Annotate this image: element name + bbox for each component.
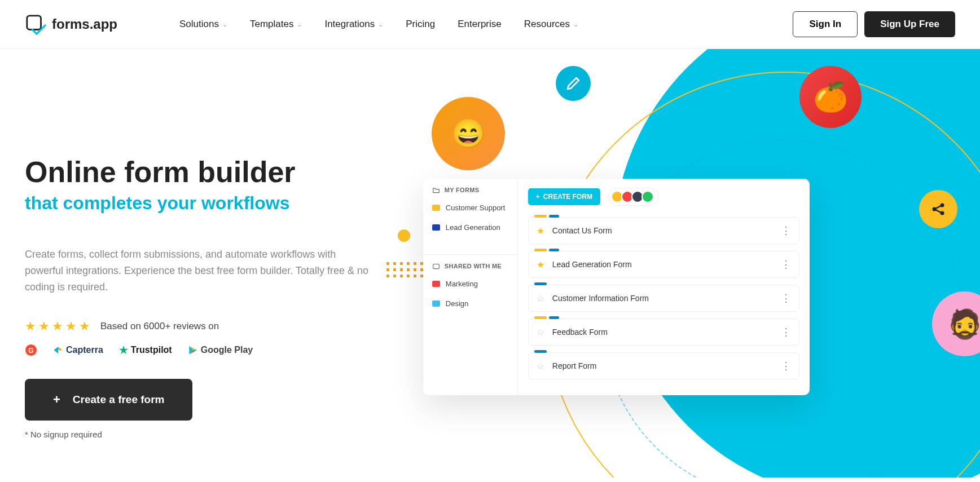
review-logos: G Capterra ★ Trustpilot Google Play — [25, 344, 395, 356]
form-card[interactable]: ☆ Customer Information Form ⋮ — [528, 285, 799, 312]
form-name: Customer Information Form — [552, 294, 649, 303]
shared-folder-icon — [432, 263, 440, 269]
logo-icon — [25, 14, 46, 35]
form-name: Feedback Form — [552, 328, 608, 337]
chevron-down-icon: ⌄ — [573, 21, 578, 28]
mockup-sidebar: MY FORMS Customer Support Lead Generatio… — [423, 179, 518, 395]
sidebar-item-design[interactable]: Design — [423, 294, 517, 313]
more-icon[interactable]: ⋮ — [781, 326, 791, 338]
pencil-bubble — [556, 66, 591, 101]
sidebar-item-marketing[interactable]: Marketing — [423, 274, 517, 294]
mockup-content: + CREATE FORM ★ Contact Us Form ⋮ — [518, 179, 810, 395]
star-icon[interactable]: ★ — [537, 225, 544, 236]
star-icon[interactable]: ★ — [537, 259, 544, 270]
folder-icon — [432, 281, 440, 287]
hero-left: Online form builder that completes your … — [0, 49, 395, 477]
nav-resources[interactable]: Resources⌄ — [524, 19, 578, 30]
hero-section: Online form builder that completes your … — [0, 49, 980, 477]
mockup-toolbar: + CREATE FORM — [528, 188, 799, 206]
folder-icon — [432, 300, 440, 307]
folder-icon — [432, 205, 440, 211]
signin-button[interactable]: Sign In — [793, 11, 858, 37]
chevron-down-icon: ⌄ — [378, 21, 383, 28]
folder-icon — [432, 224, 440, 231]
more-icon[interactable]: ⋮ — [781, 292, 791, 304]
form-card[interactable]: ★ Contact Us Form ⋮ — [528, 217, 799, 244]
star-icon: ★ — [38, 319, 50, 334]
header-actions: Sign In Sign Up Free — [793, 11, 955, 37]
svg-rect-6 — [433, 264, 440, 269]
hero-visual: 😄 🍊 🧔 MY FORMS Customer Support Lead Gen… — [392, 49, 980, 477]
brand-name: forms.app — [52, 16, 117, 32]
form-name: Report Form — [552, 361, 597, 370]
star-icon: ★ — [25, 319, 36, 334]
avatar: 😄 — [432, 97, 505, 170]
star-outline-icon[interactable]: ☆ — [537, 293, 544, 304]
chevron-down-icon: ⌄ — [297, 21, 302, 28]
capterra-logo[interactable]: Capterra — [53, 345, 103, 355]
sidebar-item-customer-support[interactable]: Customer Support — [423, 198, 517, 218]
nav-integrations[interactable]: Integrations⌄ — [324, 19, 383, 30]
star-outline-icon[interactable]: ☆ — [537, 361, 544, 372]
rating-text: Based on 6000+ reviews on — [100, 321, 219, 332]
g2-logo[interactable]: G — [25, 344, 37, 356]
nav-enterprise[interactable]: Enterprise — [458, 19, 501, 30]
star-icon: ★ — [79, 319, 90, 334]
header: forms.app Solutions⌄ Templates⌄ Integrat… — [0, 0, 980, 49]
folder-icon — [432, 187, 440, 193]
create-free-form-button[interactable]: + Create a free form — [25, 379, 192, 421]
create-form-button[interactable]: + CREATE FORM — [528, 188, 600, 205]
form-name: Lead Generation Form — [552, 260, 632, 269]
nav-pricing[interactable]: Pricing — [406, 19, 435, 30]
rating-row: ★ ★ ★ ★ ★ Based on 6000+ reviews on — [25, 319, 395, 334]
share-icon — [930, 201, 946, 217]
share-bubble — [919, 190, 957, 228]
sidebar-section: MY FORMS — [423, 179, 517, 198]
cta-note: * No signup required — [25, 430, 395, 439]
nav-solutions[interactable]: Solutions⌄ — [179, 19, 227, 30]
trustpilot-logo[interactable]: ★ Trustpilot — [119, 344, 172, 356]
decorative-dot — [398, 229, 410, 242]
sidebar-heading-shared: SHARED WITH ME — [432, 263, 508, 269]
more-icon[interactable]: ⋮ — [781, 360, 791, 372]
collaborator-avatars[interactable] — [608, 188, 659, 206]
avatar — [641, 191, 654, 203]
app-mockup: MY FORMS Customer Support Lead Generatio… — [423, 179, 810, 395]
hero-title: Online form builder — [25, 156, 395, 188]
form-name: Contact Us Form — [552, 226, 612, 235]
more-icon[interactable]: ⋮ — [781, 224, 791, 237]
svg-text:G: G — [28, 346, 33, 354]
star-icon: ★ — [52, 319, 63, 334]
chevron-down-icon: ⌄ — [222, 21, 227, 28]
star-outline-icon[interactable]: ☆ — [537, 327, 544, 338]
star-icon: ★ — [65, 319, 77, 334]
hero-subtitle: that completes your workflows — [25, 193, 395, 214]
plus-icon: + — [536, 193, 540, 201]
svg-rect-0 — [27, 16, 41, 30]
logo[interactable]: forms.app — [25, 14, 117, 35]
avatar: 🍊 — [799, 66, 862, 128]
more-icon[interactable]: ⋮ — [781, 258, 791, 271]
star-icon: ★ — [119, 344, 128, 356]
star-rating: ★ ★ ★ ★ ★ — [25, 319, 90, 334]
main-nav: Solutions⌄ Templates⌄ Integrations⌄ Pric… — [179, 19, 578, 30]
form-card[interactable]: ★ Lead Generation Form ⋮ — [528, 251, 799, 278]
signup-button[interactable]: Sign Up Free — [864, 11, 955, 37]
pencil-icon — [566, 76, 581, 91]
form-card[interactable]: ☆ Report Form ⋮ — [528, 352, 799, 379]
googleplay-logo[interactable]: Google Play — [188, 345, 253, 355]
hero-description: Create forms, collect form submissions, … — [25, 246, 369, 295]
sidebar-heading-myforms: MY FORMS — [432, 187, 508, 193]
plus-icon: + — [53, 392, 60, 407]
sidebar-section: SHARED WITH ME — [423, 254, 517, 274]
sidebar-item-lead-generation[interactable]: Lead Generation — [423, 218, 517, 237]
nav-templates[interactable]: Templates⌄ — [250, 19, 302, 30]
form-card[interactable]: ☆ Feedback Form ⋮ — [528, 319, 799, 346]
